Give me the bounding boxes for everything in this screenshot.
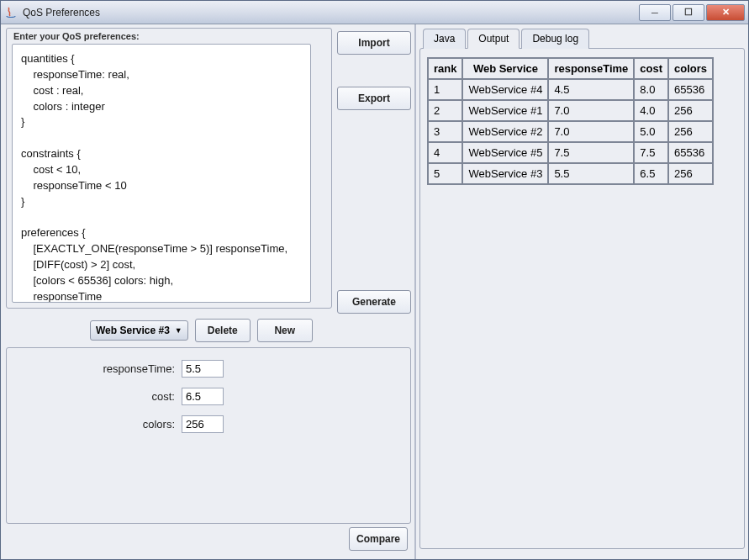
table-cell: WebService #5 [462, 142, 548, 163]
new-button[interactable]: New [257, 319, 313, 342]
service-toolbar: Web Service #3 ▼ Delete New [6, 314, 411, 347]
table-header-cell: colors [668, 58, 713, 79]
content-area: Enter your QoS preferences: quantities {… [1, 24, 748, 559]
table-cell: 256 [668, 100, 713, 121]
table-cell: 65536 [668, 142, 713, 163]
table-header-cell: Web Service [462, 58, 548, 79]
table-row: 5WebService #35.56.5256 [428, 163, 713, 184]
output-tab-body: rankWeb ServiceresponseTimecostcolors1We… [419, 48, 745, 549]
service-dropdown-label: Web Service #3 [96, 325, 170, 336]
maximize-button[interactable]: ☐ [673, 4, 704, 21]
form-input[interactable] [182, 388, 224, 405]
preferences-legend: Enter your QoS preferences: [12, 31, 141, 41]
table-cell: 4.5 [548, 79, 634, 100]
table-cell: WebService #3 [462, 163, 548, 184]
table-cell: 5.5 [548, 163, 634, 184]
table-header-row: rankWeb ServiceresponseTimecostcolors [428, 58, 713, 79]
window-controls: ─ ☐ ✕ [639, 4, 745, 21]
table-row: 1WebService #44.58.065536 [428, 79, 713, 100]
table-cell: WebService #4 [462, 79, 548, 100]
table-cell: 7.5 [634, 142, 668, 163]
form-row: responseTime: [15, 360, 402, 378]
table-cell: 4 [428, 142, 462, 163]
import-button[interactable]: Import [337, 31, 411, 55]
chevron-down-icon: ▼ [175, 326, 182, 335]
table-cell: 6.5 [634, 163, 668, 184]
table-cell: 7.0 [548, 100, 634, 121]
table-cell: WebService #1 [462, 100, 548, 121]
output-table: rankWeb ServiceresponseTimecostcolors1We… [427, 57, 714, 185]
export-button[interactable]: Export [337, 87, 411, 110]
generate-button[interactable]: Generate [337, 290, 411, 314]
form-row: colors: [15, 415, 402, 433]
table-cell: 7.0 [548, 121, 634, 142]
titlebar: QoS Preferences ─ ☐ ✕ [1, 1, 748, 24]
table-header-cell: cost [634, 58, 668, 79]
compare-row: Compare [6, 524, 411, 556]
table-cell: 256 [668, 163, 713, 184]
form-row: cost: [15, 388, 402, 405]
compare-button[interactable]: Compare [349, 527, 408, 551]
service-dropdown[interactable]: Web Service #3 ▼ [90, 320, 188, 341]
form-label: responseTime: [15, 362, 175, 375]
table-cell: 65536 [668, 79, 713, 100]
delete-button[interactable]: Delete [195, 319, 251, 342]
preferences-groupbox: Enter your QoS preferences: quantities {… [6, 28, 332, 309]
side-button-column: Import Export Generate [337, 28, 411, 314]
right-pane: JavaOutputDebug log rankWeb Servicerespo… [416, 24, 748, 559]
service-details-panel: responseTime:cost:colors: [6, 347, 411, 524]
table-row: 3WebService #27.05.0256 [428, 121, 713, 142]
minimize-button[interactable]: ─ [639, 4, 671, 21]
table-row: 2WebService #17.04.0256 [428, 100, 713, 121]
table-header-cell: rank [428, 58, 462, 79]
table-cell: 8.0 [634, 79, 668, 100]
app-window: QoS Preferences ─ ☐ ✕ Enter your QoS pre… [0, 0, 749, 560]
tab-debug-log[interactable]: Debug log [521, 29, 589, 49]
table-cell: 256 [668, 121, 713, 142]
preferences-textarea[interactable]: quantities { responseTime: real, cost : … [12, 44, 311, 303]
table-cell: 5.0 [634, 121, 668, 142]
form-label: cost: [15, 390, 175, 403]
form-input[interactable] [182, 360, 224, 378]
table-row: 4WebService #57.57.565536 [428, 142, 713, 163]
editor-row: Enter your QoS preferences: quantities {… [6, 28, 411, 314]
tab-java[interactable]: Java [423, 29, 466, 49]
window-title: QoS Preferences [23, 7, 639, 18]
tabs: JavaOutputDebug log [423, 28, 745, 48]
table-cell: 1 [428, 79, 462, 100]
form-input[interactable] [182, 415, 224, 433]
table-cell: WebService #2 [462, 121, 548, 142]
table-cell: 5 [428, 163, 462, 184]
table-cell: 4.0 [634, 100, 668, 121]
table-cell: 2 [428, 100, 462, 121]
table-header-cell: responseTime [548, 58, 634, 79]
form-label: colors: [15, 418, 175, 431]
table-cell: 3 [428, 121, 462, 142]
left-pane: Enter your QoS preferences: quantities {… [1, 24, 416, 559]
close-button[interactable]: ✕ [706, 4, 745, 21]
java-icon [4, 6, 18, 19]
tab-output[interactable]: Output [467, 29, 520, 49]
table-cell: 7.5 [548, 142, 634, 163]
